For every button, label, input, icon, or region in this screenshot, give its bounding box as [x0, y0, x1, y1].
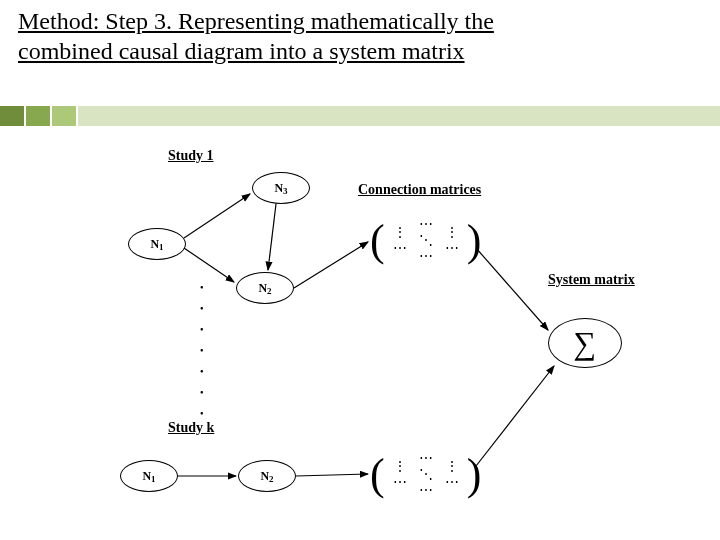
- label-connection-matrices: Connection matrices: [358, 182, 481, 198]
- node-system-matrix: ∑: [548, 318, 622, 368]
- sigma-icon: ∑: [574, 325, 597, 362]
- label-study-k: Study k: [168, 420, 214, 436]
- decorative-band: [0, 106, 720, 126]
- svg-line-0: [184, 194, 250, 238]
- svg-line-3: [294, 242, 368, 288]
- node-n1-study1: N1: [128, 228, 186, 260]
- node-n2-study1: N2: [236, 272, 294, 304]
- arrows-overlay: [0, 0, 720, 540]
- node-n3: N3: [252, 172, 310, 204]
- connection-matrix-2: ( ⋮ ⋯ ⋯ ⋱ ⋯ ⋮ ⋯ ): [370, 452, 485, 498]
- connection-matrix-1: ( ⋮ ⋯ ⋯ ⋱ ⋯ ⋮ ⋯ ): [370, 218, 485, 264]
- svg-line-7: [476, 366, 554, 466]
- node-n1-studyk: N1: [120, 460, 178, 492]
- vertical-ellipsis: •••••••: [200, 282, 204, 419]
- svg-line-2: [268, 204, 276, 270]
- label-system-matrix: System matrix: [548, 272, 635, 288]
- svg-line-6: [476, 248, 548, 330]
- node-n2-studyk: N2: [238, 460, 296, 492]
- label-study-1: Study 1: [168, 148, 214, 164]
- slide-title: Method: Step 3. Representing mathematica…: [18, 6, 578, 66]
- svg-line-5: [296, 474, 368, 476]
- slide: { "title": "Method: Step 3. Representing…: [0, 0, 720, 540]
- svg-line-1: [184, 248, 234, 282]
